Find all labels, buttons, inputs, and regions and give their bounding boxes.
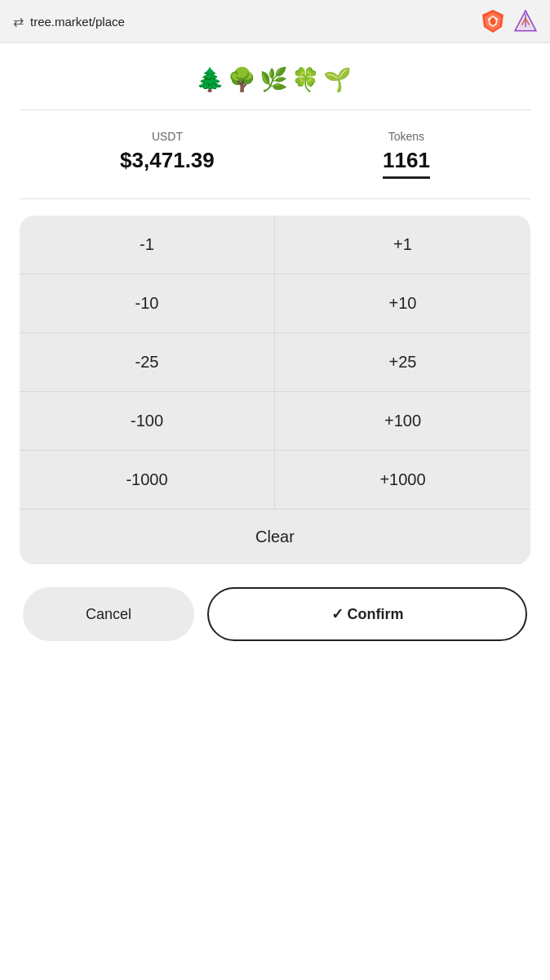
btn-plus-1[interactable]: +1 [275, 216, 530, 274]
btn-minus-1[interactable]: -1 [20, 216, 275, 274]
tokens-balance: Tokens 1161 [383, 130, 430, 179]
bat-icon [514, 10, 537, 33]
btn-plus-1000[interactable]: +1000 [275, 451, 530, 509]
svg-point-4 [489, 18, 491, 20]
url-icon: ⇄ [13, 14, 24, 29]
top-divider [20, 109, 530, 110]
confirm-button[interactable]: ✓ Confirm [207, 587, 527, 641]
usdt-balance: USDT $3,471.39 [120, 130, 215, 173]
grid-buttons: -1 +1 -10 +10 -25 +25 -100 +100 -1000 +1… [20, 216, 530, 509]
usdt-value: $3,471.39 [120, 148, 215, 173]
quantity-grid: -1 +1 -10 +10 -25 +25 -100 +100 -1000 +1… [20, 216, 530, 564]
browser-bar-left: ⇄ tree.market/place [13, 14, 125, 29]
btn-plus-25[interactable]: +25 [275, 333, 530, 392]
btn-plus-100[interactable]: +100 [275, 392, 530, 451]
emoji-header: 🌲🌳🌿🍀🌱 [196, 66, 355, 93]
clear-button[interactable]: Clear [20, 509, 530, 564]
btn-minus-1000[interactable]: -1000 [20, 451, 275, 509]
browser-bar-right [480, 8, 537, 34]
browser-url: tree.market/place [30, 15, 125, 29]
btn-minus-25[interactable]: -25 [20, 333, 275, 392]
tokens-value: 1161 [383, 148, 430, 179]
btn-minus-100[interactable]: -100 [20, 392, 275, 451]
bottom-divider [20, 198, 530, 199]
btn-minus-10[interactable]: -10 [20, 274, 275, 333]
svg-point-5 [495, 18, 498, 20]
balance-row: USDT $3,471.39 Tokens 1161 [20, 130, 530, 179]
main-content: 🌲🌳🌿🍀🌱 USDT $3,471.39 Tokens 1161 -1 +1 -… [0, 43, 550, 980]
cancel-button[interactable]: Cancel [23, 587, 194, 641]
brave-icon [480, 8, 506, 34]
bottom-actions: Cancel ✓ Confirm [20, 587, 530, 641]
tokens-label: Tokens [388, 130, 424, 143]
browser-bar: ⇄ tree.market/place [0, 0, 550, 43]
btn-plus-10[interactable]: +10 [275, 274, 530, 333]
usdt-label: USDT [152, 130, 183, 143]
